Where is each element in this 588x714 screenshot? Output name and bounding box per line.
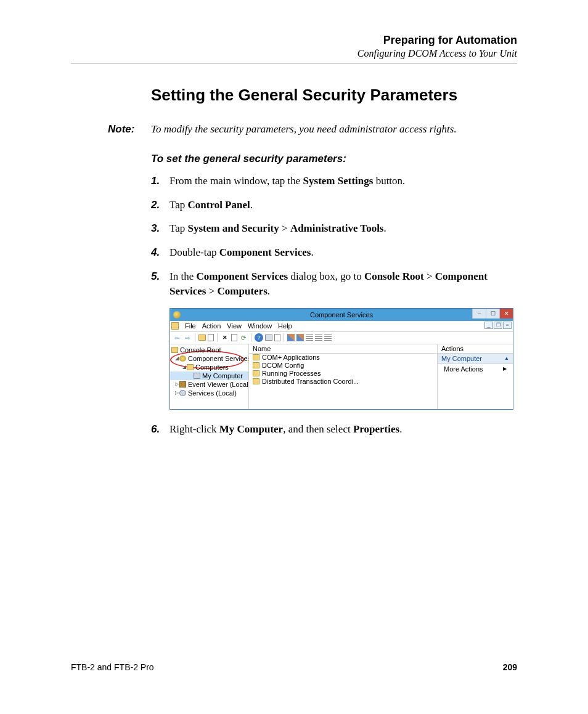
step-number: 5. <box>151 269 169 299</box>
back-button[interactable] <box>173 333 181 342</box>
icon-button[interactable] <box>287 334 295 341</box>
mmc-icon <box>171 322 179 330</box>
folder-icon <box>187 364 194 370</box>
tree-pane: Console Root ◢ Component Services ◢ Comp… <box>170 344 249 409</box>
show-hide-tree-button[interactable] <box>208 334 214 341</box>
list-item[interactable]: COM+ Applications <box>249 354 437 362</box>
chapter-title: Preparing for Automation <box>71 34 517 47</box>
list-pane: Name COM+ Applications DCOM Config Runni… <box>249 344 438 409</box>
actions-more[interactable]: More Actions▶ <box>438 364 513 374</box>
step-number: 1. <box>151 174 169 189</box>
detail-view-button[interactable] <box>324 335 332 341</box>
tree-item-services[interactable]: ▷ Services (Local) <box>170 389 248 397</box>
step-1: 1. From the main window, tap the System … <box>151 174 517 189</box>
note-text: To modify the security parameters, you n… <box>151 123 517 136</box>
mdi-minimize-button[interactable]: _ <box>484 322 493 329</box>
step-text: From the main window, tap the System Set… <box>169 174 517 189</box>
toolbar-separator <box>284 333 284 342</box>
folder-icon <box>253 370 259 376</box>
menu-view[interactable]: View <box>227 322 242 330</box>
step-text: Double-tap Component Services. <box>169 245 517 261</box>
tree-item-console-root[interactable]: Console Root <box>170 346 248 354</box>
collapse-icon: ▲ <box>504 355 509 361</box>
step-4: 4. Double-tap Component Services. <box>151 245 517 261</box>
tree-item-my-computer[interactable]: My Computer <box>170 371 248 380</box>
step-5: 5. In the Component Services dialog box,… <box>151 269 517 299</box>
services-icon <box>179 390 186 396</box>
screenshot-window: Component Services – ☐ ✕ File Action Vie… <box>169 308 513 410</box>
toolbar-separator <box>217 333 218 342</box>
page-heading: Setting the General Security Parameters <box>151 86 517 105</box>
list-item[interactable]: Running Processes <box>249 370 437 378</box>
mdi-close-button[interactable]: × <box>503 322 512 329</box>
window-titlebar: Component Services – ☐ ✕ <box>170 309 513 321</box>
menu-file[interactable]: File <box>185 322 196 330</box>
forward-button[interactable] <box>183 333 192 342</box>
header-divider <box>71 63 517 63</box>
section-subtitle: Configuring DCOM Access to Your Unit <box>71 48 517 59</box>
up-button[interactable] <box>198 335 206 341</box>
menu-action[interactable]: Action <box>202 322 221 330</box>
view-button[interactable] <box>265 335 272 341</box>
procedure-subhead: To set the general security parameters: <box>151 153 517 165</box>
list-item[interactable]: Distributed Transaction Coordi... <box>249 378 437 386</box>
folder-icon <box>253 362 259 368</box>
list-column-header[interactable]: Name <box>249 344 437 354</box>
maximize-button[interactable]: ☐ <box>486 309 499 318</box>
minimize-button[interactable]: – <box>472 309 486 318</box>
step-number: 6. <box>151 422 169 437</box>
tree-item-computers[interactable]: ◢ Computers <box>170 363 248 371</box>
actions-section[interactable]: My Computer▲ <box>438 354 513 364</box>
menu-bar: File Action View Window Help _ ❐ × <box>170 321 513 332</box>
step-text: Tap Control Panel. <box>169 198 517 213</box>
step-number: 2. <box>151 198 169 213</box>
collapse-icon[interactable]: ◢ <box>181 364 187 370</box>
refresh-button[interactable] <box>239 333 248 342</box>
toolbar-separator <box>251 333 251 342</box>
actions-pane: Actions My Computer▲ More Actions▶ <box>438 344 513 409</box>
expand-icon[interactable]: ▷ <box>174 381 179 387</box>
properties-button[interactable] <box>231 334 237 341</box>
toolbar <box>170 332 513 344</box>
computer-icon <box>194 373 200 379</box>
component-services-icon <box>179 355 186 362</box>
expand-icon[interactable]: ▷ <box>174 390 179 396</box>
step-number: 3. <box>151 221 169 237</box>
menu-help[interactable]: Help <box>278 322 292 330</box>
delete-button[interactable] <box>221 333 229 342</box>
icon-button[interactable] <box>296 334 304 341</box>
folder-icon <box>253 354 259 360</box>
step-text: Tap System and Security > Administrative… <box>169 221 517 237</box>
help-button[interactable] <box>255 333 263 342</box>
collapse-icon[interactable]: ◢ <box>174 355 179 361</box>
step-2: 2. Tap Control Panel. <box>151 198 517 213</box>
component-services-icon <box>173 311 181 318</box>
step-number: 4. <box>151 245 169 261</box>
step-6: 6. Right-click My Computer, and then sel… <box>151 422 517 437</box>
close-button[interactable]: ✕ <box>499 309 513 318</box>
tree-item-event-viewer[interactable]: ▷ Event Viewer (Local) <box>170 380 248 389</box>
step-3: 3. Tap System and Security > Administrat… <box>151 221 517 237</box>
tree-item-component-services[interactable]: ◢ Component Services <box>170 354 248 363</box>
window-title: Component Services <box>310 311 373 318</box>
step-text: In the Component Services dialog box, go… <box>169 269 517 299</box>
folder-icon <box>171 347 178 353</box>
list-view-button[interactable] <box>306 335 313 341</box>
detail-view-button[interactable] <box>315 335 322 341</box>
submenu-icon: ▶ <box>503 366 507 371</box>
step-text: Right-click My Computer, and then select… <box>169 422 517 437</box>
footer-product: FTB-2 and FTB-2 Pro <box>71 662 154 672</box>
note-label: Note: <box>71 123 151 136</box>
export-button[interactable] <box>274 334 280 341</box>
mdi-restore-button[interactable]: ❐ <box>494 322 502 329</box>
menu-window[interactable]: Window <box>248 322 272 330</box>
folder-icon <box>253 378 259 384</box>
footer-page-number: 209 <box>503 662 517 672</box>
list-item[interactable]: DCOM Config <box>249 362 437 370</box>
actions-header: Actions <box>438 344 513 354</box>
toolbar-separator <box>195 333 195 342</box>
event-viewer-icon <box>179 381 186 387</box>
